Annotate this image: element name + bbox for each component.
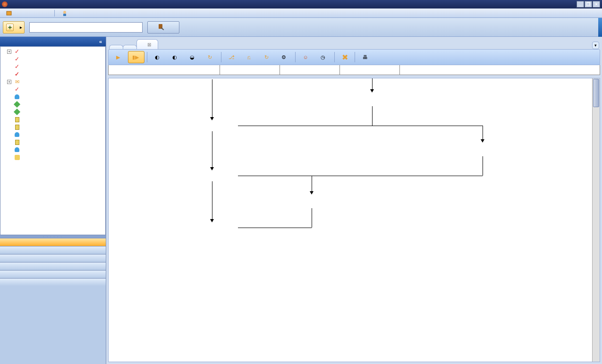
vertical-scrollbar[interactable] [592, 78, 600, 362]
nav-panel-views[interactable] [0, 246, 106, 254]
tree-item-info[interactable]: ✓ [0, 70, 105, 78]
svg-point-1 [63, 11, 66, 14]
connector [312, 176, 312, 193]
tree-item-activities[interactable]: ✓ [0, 55, 105, 63]
tool-branch[interactable]: ⎌ [241, 51, 258, 63]
connector [212, 131, 212, 170]
tool-elseif[interactable]: ◐ [167, 51, 184, 63]
nav-panel-developer[interactable] [0, 278, 106, 286]
scroll-thumb[interactable] [593, 79, 599, 107]
tree-item-exit[interactable] [0, 153, 105, 161]
tool-print[interactable]: 🖶 [357, 51, 373, 63]
expander-icon[interactable]: + [7, 50, 11, 54]
search-input[interactable] [29, 22, 143, 33]
tree-item-products[interactable] [0, 108, 105, 116]
menu-developer[interactable] [58, 9, 73, 17]
connector [372, 106, 373, 126]
tree-item-mail[interactable]: +✉ [0, 78, 105, 85]
content-area: ⊠ ▾ ▶ ▮▶ ◐ ◐ ◒ ↻ ⎇ ⎌ ↻ ⚙ ☺ ◷ ✖ 🖶 [106, 37, 602, 364]
else-icon: ◒ [188, 53, 196, 61]
tool-if[interactable]: ◐ [150, 51, 166, 63]
menu-views[interactable] [18, 12, 26, 14]
svg-rect-4 [161, 27, 164, 30]
check-icon: ✓ [14, 48, 20, 55]
tab-agent[interactable] [123, 45, 137, 49]
expander-icon[interactable]: + [7, 80, 11, 84]
mail-icon: ✉ [14, 78, 20, 85]
minimize-button[interactable]: _ [577, 1, 584, 8]
connector [212, 79, 212, 120]
tab-close-icon[interactable]: ⊠ [147, 42, 151, 47]
diagram-canvas[interactable] [108, 78, 600, 362]
person-icon [14, 93, 20, 100]
brand-logo [598, 18, 602, 37]
tool-start[interactable]: ▶ [110, 51, 127, 63]
col-secretary[interactable] [340, 65, 400, 75]
menubar [0, 8, 602, 18]
tool-stop[interactable]: ▮▶ [128, 51, 144, 63]
doc-icon [14, 116, 20, 123]
tree-item-equipment[interactable] [0, 116, 105, 123]
col-autoscript[interactable] [109, 65, 220, 75]
split-for-icon: ↻ [262, 53, 271, 61]
nav-panel-system[interactable] [0, 254, 106, 262]
clock-icon: ◷ [319, 53, 327, 61]
tool-delete[interactable]: ✖ [337, 51, 352, 63]
tree-item-closed-activities[interactable]: ✓ [0, 63, 105, 70]
menu-my-workspace[interactable] [2, 9, 17, 17]
nav-panel-workspace[interactable] [0, 238, 106, 246]
menu-system[interactable] [27, 12, 34, 14]
tool-for[interactable]: ↻ [202, 51, 219, 63]
developer-icon [61, 10, 68, 17]
print-icon: 🖶 [361, 53, 369, 61]
tree-item-contacts[interactable] [0, 93, 105, 101]
tree-item-processes[interactable]: ✓ [0, 85, 105, 93]
tool-event[interactable]: ◷ [315, 51, 332, 63]
tab-developer-panel[interactable] [109, 45, 123, 49]
start-process-button[interactable]: + [3, 21, 25, 34]
tree-item-my-status[interactable] [0, 146, 105, 153]
toolbar-separator [334, 52, 335, 62]
tree-item-businesses[interactable] [0, 101, 105, 108]
check-icon: ✓ [14, 71, 20, 77]
tree-item-contracts[interactable] [0, 131, 105, 138]
main-layout: « +✓ ✓ ✓ ✓ +✉ ✓ [0, 37, 602, 364]
search-button[interactable] [147, 21, 179, 34]
svg-rect-0 [7, 11, 11, 15]
tool-code[interactable]: ⚙ [276, 51, 293, 63]
nav-panel-windows[interactable] [0, 262, 106, 270]
check-icon: ✓ [14, 86, 20, 93]
tool-job[interactable]: ☺ [298, 51, 314, 63]
menu-separator [54, 10, 55, 17]
close-button[interactable]: × [593, 1, 600, 8]
person-icon [14, 146, 20, 153]
tree-item-assets[interactable] [0, 123, 105, 131]
col-ther-name[interactable] [280, 65, 340, 75]
tabs-overflow-button[interactable]: ▾ [592, 42, 599, 49]
workspace-icon [6, 10, 12, 17]
arrow-icon [481, 139, 484, 143]
col-hostes[interactable] [400, 65, 460, 75]
sidebar-collapse-button[interactable]: « [99, 39, 102, 44]
workspace-tree: +✓ ✓ ✓ ✓ +✉ ✓ [0, 46, 106, 235]
editor-tabs: ⊠ ▾ [106, 37, 602, 49]
tool-else[interactable]: ◒ [185, 51, 201, 63]
tab-coordinator[interactable]: ⊠ [136, 39, 158, 49]
arrow-icon [210, 219, 214, 222]
nav-panel-help[interactable] [0, 270, 106, 278]
pause-icon: ▮▶ [131, 53, 140, 61]
tool-split-for[interactable]: ↻ [259, 51, 275, 63]
maximize-button[interactable]: ❐ [585, 1, 592, 8]
for-icon: ↻ [205, 53, 214, 61]
check-icon: ✓ [14, 56, 20, 62]
doc-icon [14, 124, 20, 130]
menu-help[interactable] [44, 12, 51, 14]
tree-item-kpis[interactable] [0, 138, 105, 146]
menu-windows[interactable] [35, 12, 43, 14]
sidebar: « +✓ ✓ ✓ ✓ +✉ ✓ [0, 37, 106, 364]
elseif-icon: ◐ [170, 53, 179, 61]
tree-item-cpo[interactable]: +✓ [0, 48, 105, 55]
exit-icon [14, 154, 20, 161]
col-activation-user[interactable] [220, 65, 280, 75]
tool-split[interactable]: ⎇ [224, 51, 240, 63]
